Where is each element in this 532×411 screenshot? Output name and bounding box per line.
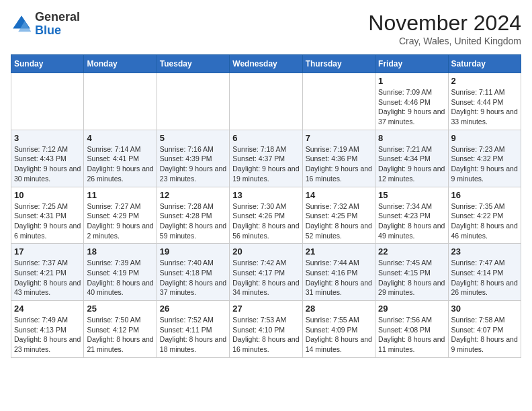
- calendar-cell: [11, 73, 84, 130]
- calendar-cell: 3Sunrise: 7:12 AM Sunset: 4:43 PM Daylig…: [11, 130, 84, 187]
- calendar-week-2: 3Sunrise: 7:12 AM Sunset: 4:43 PM Daylig…: [11, 130, 521, 187]
- calendar-cell: 26Sunrise: 7:52 AM Sunset: 4:11 PM Dayli…: [157, 301, 229, 358]
- day-number: 13: [232, 190, 299, 200]
- day-info: Sunrise: 7:55 AM Sunset: 4:09 PM Dayligh…: [306, 315, 372, 355]
- day-info: Sunrise: 7:50 AM Sunset: 4:12 PM Dayligh…: [87, 315, 153, 355]
- calendar-cell: 15Sunrise: 7:34 AM Sunset: 4:23 PM Dayli…: [375, 187, 448, 244]
- calendar-cell: 17Sunrise: 7:37 AM Sunset: 4:21 PM Dayli…: [11, 244, 84, 301]
- calendar-cell: 7Sunrise: 7:19 AM Sunset: 4:36 PM Daylig…: [302, 130, 375, 187]
- day-number: 17: [14, 246, 81, 257]
- header-wednesday: Wednesday: [230, 55, 302, 73]
- day-number: 5: [160, 133, 226, 143]
- day-info: Sunrise: 7:32 AM Sunset: 4:25 PM Dayligh…: [306, 201, 372, 241]
- calendar-cell: 23Sunrise: 7:47 AM Sunset: 4:14 PM Dayli…: [448, 244, 521, 301]
- day-number: 8: [378, 133, 445, 143]
- day-number: 1: [378, 76, 445, 86]
- day-info: Sunrise: 7:27 AM Sunset: 4:29 PM Dayligh…: [87, 201, 153, 241]
- calendar-week-5: 24Sunrise: 7:49 AM Sunset: 4:13 PM Dayli…: [11, 301, 521, 358]
- calendar-cell: 11Sunrise: 7:27 AM Sunset: 4:29 PM Dayli…: [84, 187, 157, 244]
- day-number: 9: [451, 133, 518, 143]
- title-area: November 2024 Cray, Wales, United Kingdo…: [368, 11, 521, 46]
- day-info: Sunrise: 7:16 AM Sunset: 4:39 PM Dayligh…: [160, 144, 226, 184]
- day-number: 18: [87, 246, 153, 257]
- day-info: Sunrise: 7:56 AM Sunset: 4:08 PM Dayligh…: [378, 315, 445, 355]
- day-number: 11: [87, 190, 153, 200]
- day-number: 14: [306, 190, 372, 200]
- location: Cray, Wales, United Kingdom: [368, 36, 521, 46]
- calendar-cell: [157, 73, 229, 130]
- day-number: 6: [232, 133, 299, 143]
- day-info: Sunrise: 7:49 AM Sunset: 4:13 PM Dayligh…: [14, 315, 81, 355]
- calendar-cell: 22Sunrise: 7:45 AM Sunset: 4:15 PM Dayli…: [375, 244, 448, 301]
- day-info: Sunrise: 7:44 AM Sunset: 4:16 PM Dayligh…: [306, 258, 372, 298]
- calendar-cell: 28Sunrise: 7:55 AM Sunset: 4:09 PM Dayli…: [302, 301, 375, 358]
- day-info: Sunrise: 7:11 AM Sunset: 4:44 PM Dayligh…: [451, 87, 518, 127]
- day-number: 2: [451, 76, 518, 86]
- day-number: 26: [160, 304, 226, 314]
- calendar-cell: 8Sunrise: 7:21 AM Sunset: 4:34 PM Daylig…: [375, 130, 448, 187]
- calendar-cell: 24Sunrise: 7:49 AM Sunset: 4:13 PM Dayli…: [11, 301, 84, 358]
- logo: General Blue: [11, 11, 80, 38]
- day-number: 12: [160, 190, 226, 200]
- calendar-cell: 12Sunrise: 7:28 AM Sunset: 4:28 PM Dayli…: [157, 187, 229, 244]
- day-number: 29: [378, 304, 445, 314]
- day-info: Sunrise: 7:09 AM Sunset: 4:46 PM Dayligh…: [378, 87, 445, 127]
- day-number: 20: [232, 246, 299, 257]
- header-tuesday: Tuesday: [157, 55, 229, 73]
- day-number: 19: [160, 246, 226, 257]
- day-info: Sunrise: 7:45 AM Sunset: 4:15 PM Dayligh…: [378, 258, 445, 298]
- header-sunday: Sunday: [11, 55, 84, 73]
- day-number: 7: [306, 133, 372, 143]
- calendar-cell: 4Sunrise: 7:14 AM Sunset: 4:41 PM Daylig…: [84, 130, 157, 187]
- header-monday: Monday: [84, 55, 157, 73]
- day-number: 28: [306, 304, 372, 314]
- calendar-cell: 10Sunrise: 7:25 AM Sunset: 4:31 PM Dayli…: [11, 187, 84, 244]
- day-info: Sunrise: 7:21 AM Sunset: 4:34 PM Dayligh…: [378, 144, 445, 184]
- calendar-cell: 2Sunrise: 7:11 AM Sunset: 4:44 PM Daylig…: [448, 73, 521, 130]
- day-info: Sunrise: 7:37 AM Sunset: 4:21 PM Dayligh…: [14, 258, 81, 298]
- calendar-week-4: 17Sunrise: 7:37 AM Sunset: 4:21 PM Dayli…: [11, 244, 521, 301]
- calendar-cell: 14Sunrise: 7:32 AM Sunset: 4:25 PM Dayli…: [302, 187, 375, 244]
- calendar-cell: 5Sunrise: 7:16 AM Sunset: 4:39 PM Daylig…: [157, 130, 229, 187]
- day-info: Sunrise: 7:47 AM Sunset: 4:14 PM Dayligh…: [451, 258, 518, 298]
- day-number: 25: [87, 304, 153, 314]
- calendar-cell: 6Sunrise: 7:18 AM Sunset: 4:37 PM Daylig…: [230, 130, 302, 187]
- day-number: 30: [451, 304, 518, 314]
- header-friday: Friday: [375, 55, 448, 73]
- calendar-cell: 30Sunrise: 7:58 AM Sunset: 4:07 PM Dayli…: [448, 301, 521, 358]
- day-info: Sunrise: 7:53 AM Sunset: 4:10 PM Dayligh…: [232, 315, 299, 355]
- day-number: 15: [378, 190, 445, 200]
- day-number: 16: [451, 190, 518, 200]
- day-info: Sunrise: 7:12 AM Sunset: 4:43 PM Dayligh…: [14, 144, 81, 184]
- calendar-cell: [230, 73, 302, 130]
- day-number: 3: [14, 133, 81, 143]
- day-info: Sunrise: 7:14 AM Sunset: 4:41 PM Dayligh…: [87, 144, 153, 184]
- header-saturday: Saturday: [448, 55, 521, 73]
- calendar-cell: 29Sunrise: 7:56 AM Sunset: 4:08 PM Dayli…: [375, 301, 448, 358]
- calendar-cell: [302, 73, 375, 130]
- day-info: Sunrise: 7:42 AM Sunset: 4:17 PM Dayligh…: [232, 258, 299, 298]
- day-info: Sunrise: 7:40 AM Sunset: 4:18 PM Dayligh…: [160, 258, 226, 298]
- calendar-cell: 16Sunrise: 7:35 AM Sunset: 4:22 PM Dayli…: [448, 187, 521, 244]
- calendar-cell: 18Sunrise: 7:39 AM Sunset: 4:19 PM Dayli…: [84, 244, 157, 301]
- day-number: 10: [14, 190, 81, 200]
- day-info: Sunrise: 7:35 AM Sunset: 4:22 PM Dayligh…: [451, 201, 518, 241]
- day-info: Sunrise: 7:28 AM Sunset: 4:28 PM Dayligh…: [160, 201, 226, 241]
- day-info: Sunrise: 7:39 AM Sunset: 4:19 PM Dayligh…: [87, 258, 153, 298]
- header-thursday: Thursday: [302, 55, 375, 73]
- calendar-cell: 25Sunrise: 7:50 AM Sunset: 4:12 PM Dayli…: [84, 301, 157, 358]
- logo-text: General Blue: [35, 11, 80, 38]
- day-number: 24: [14, 304, 81, 314]
- calendar-week-1: 1Sunrise: 7:09 AM Sunset: 4:46 PM Daylig…: [11, 73, 521, 130]
- calendar-cell: 19Sunrise: 7:40 AM Sunset: 4:18 PM Dayli…: [157, 244, 229, 301]
- calendar-cell: 9Sunrise: 7:23 AM Sunset: 4:32 PM Daylig…: [448, 130, 521, 187]
- calendar-header-row: SundayMondayTuesdayWednesdayThursdayFrid…: [11, 55, 521, 73]
- day-info: Sunrise: 7:34 AM Sunset: 4:23 PM Dayligh…: [378, 201, 445, 241]
- calendar-cell: 27Sunrise: 7:53 AM Sunset: 4:10 PM Dayli…: [230, 301, 302, 358]
- day-info: Sunrise: 7:25 AM Sunset: 4:31 PM Dayligh…: [14, 201, 81, 241]
- day-info: Sunrise: 7:30 AM Sunset: 4:26 PM Dayligh…: [232, 201, 299, 241]
- day-number: 4: [87, 133, 153, 143]
- calendar-cell: 1Sunrise: 7:09 AM Sunset: 4:46 PM Daylig…: [375, 73, 448, 130]
- day-info: Sunrise: 7:52 AM Sunset: 4:11 PM Dayligh…: [160, 315, 226, 355]
- calendar-cell: [84, 73, 157, 130]
